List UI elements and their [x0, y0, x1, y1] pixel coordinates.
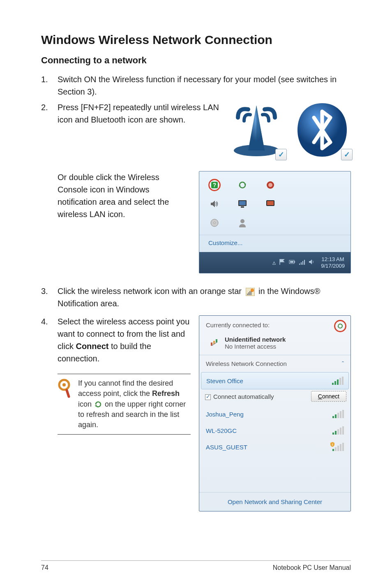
shield-icon: ! — [330, 442, 335, 447]
svg-rect-12 — [241, 206, 244, 208]
svg-marker-2 — [256, 105, 265, 150]
wireless-star-icon — [246, 288, 255, 296]
taskbar-time: 12:13 AM — [321, 256, 345, 263]
battery-icon[interactable] — [289, 259, 295, 267]
svg-rect-20 — [290, 261, 293, 263]
signal-icon — [332, 410, 344, 418]
note-text-b: icon — [78, 400, 92, 408]
step-4-num: 4. — [41, 315, 58, 365]
step-3: 3. Click the wireless network icon with … — [41, 285, 351, 310]
svg-rect-33 — [216, 339, 217, 342]
refresh-icon — [95, 401, 102, 408]
message-icon[interactable] — [264, 198, 277, 210]
wifi-net3-name: WL-520GC — [206, 427, 237, 434]
wifi-net2-name: Joshua_Peng — [206, 411, 244, 418]
svg-rect-28 — [65, 389, 71, 398]
step-2-text: Press [FN+F2] repeatedly until wireless … — [58, 101, 224, 126]
svg-rect-19 — [294, 261, 295, 263]
step-2-num: 2. — [41, 101, 58, 126]
wifi-flyout: Currently connected to: Unidentified net… — [199, 315, 351, 511]
signal-icon — [332, 377, 344, 385]
section-subtitle: Connecting to a network — [41, 55, 351, 66]
svg-text:?: ? — [213, 182, 217, 188]
wireless-console-icon[interactable]: ? — [208, 179, 221, 191]
svg-marker-25 — [309, 259, 312, 264]
unidentified-label: Unidentified network — [225, 336, 286, 343]
check-badge-icon: ✓ — [341, 149, 353, 160]
open-network-center-link[interactable]: Open Network and Sharing Center — [199, 492, 350, 511]
connect-button[interactable]: Connect — [311, 391, 346, 402]
disc-icon[interactable] — [208, 217, 221, 229]
monitor-icon[interactable] — [236, 198, 249, 210]
user-icon[interactable] — [236, 217, 249, 229]
step-1-num: 1. — [41, 73, 58, 98]
step-3-num: 3. — [41, 285, 58, 310]
wifi-network-item[interactable]: WL-520GC — [199, 422, 350, 439]
check-badge-icon: ✓ — [275, 149, 287, 160]
step-4-bold: Connect — [76, 342, 108, 351]
wifi-net4-name: ASUS_GUEST — [206, 444, 247, 451]
currently-label: Currently connected to: — [206, 322, 270, 329]
step-2b-text: Or double click the Wireless Console ico… — [41, 171, 191, 273]
svg-point-17 — [240, 219, 244, 223]
wifi-net1-name: Steven Office — [206, 377, 243, 384]
page-number: 74 — [41, 564, 48, 571]
tray-chevron-icon[interactable]: ▵ — [272, 259, 276, 266]
tip-note: If you cannot find the desired access po… — [58, 374, 191, 435]
customize-link[interactable]: Customize... — [199, 235, 350, 252]
page-title: Windows Wireless Network Connection — [41, 33, 351, 47]
speaker-icon[interactable] — [309, 259, 315, 267]
svg-rect-24 — [304, 260, 305, 265]
wifi-network-item[interactable]: Joshua_Peng — [199, 406, 350, 422]
wifi-network-item[interactable]: ASUS_GUEST ! — [199, 439, 350, 455]
step-1-text: Switch ON the Wireless function if neces… — [58, 73, 351, 98]
step-1: 1. Switch ON the Wireless function if ne… — [41, 73, 351, 98]
wifi-antenna-icon: ✓ — [228, 101, 285, 159]
svg-rect-14 — [267, 201, 274, 205]
signal-icon — [332, 426, 344, 435]
taskbar-date: 9/17/2009 — [321, 263, 345, 269]
note-bold: Refresh — [152, 389, 180, 398]
svg-point-8 — [268, 183, 272, 187]
step-3-text-pre: Click the wireless network icon with an … — [58, 287, 242, 296]
taskbar: ▵ 12:13 AM 9/17/2009 — [199, 252, 350, 273]
noaccess-label: No Internet access — [225, 343, 286, 350]
power-icon[interactable] — [264, 179, 277, 191]
svg-rect-11 — [239, 201, 246, 205]
svg-rect-21 — [299, 264, 300, 265]
svg-rect-22 — [301, 262, 302, 265]
network-tray-icon[interactable] — [299, 259, 305, 267]
network-icon — [210, 338, 221, 348]
svg-marker-9 — [211, 201, 215, 207]
volume-icon[interactable] — [208, 198, 221, 210]
bluetooth-icon: ✓ — [293, 101, 351, 159]
svg-point-16 — [214, 222, 215, 224]
magnifier-icon — [58, 378, 72, 430]
svg-text:!: ! — [332, 443, 333, 447]
flag-icon[interactable] — [279, 259, 286, 267]
collapse-icon[interactable]: ˆ — [342, 360, 344, 367]
wireless-section-label: Wireless Network Connection — [206, 360, 287, 367]
svg-point-27 — [62, 383, 66, 386]
svg-rect-23 — [302, 261, 303, 265]
manual-label: Notebook PC User Manual — [273, 564, 351, 571]
wifi-refresh-button[interactable] — [334, 320, 346, 332]
system-tray-popup: ? Customize... ▵ 12:13 AM 9/17/2009 — [199, 171, 351, 273]
sync-icon[interactable] — [236, 179, 249, 191]
step-4: 4. Select the wireless access point you … — [41, 315, 191, 365]
connect-auto-checkbox[interactable]: Connect automatically — [205, 393, 274, 400]
wifi-network-selected[interactable]: Steven Office — [201, 372, 349, 389]
